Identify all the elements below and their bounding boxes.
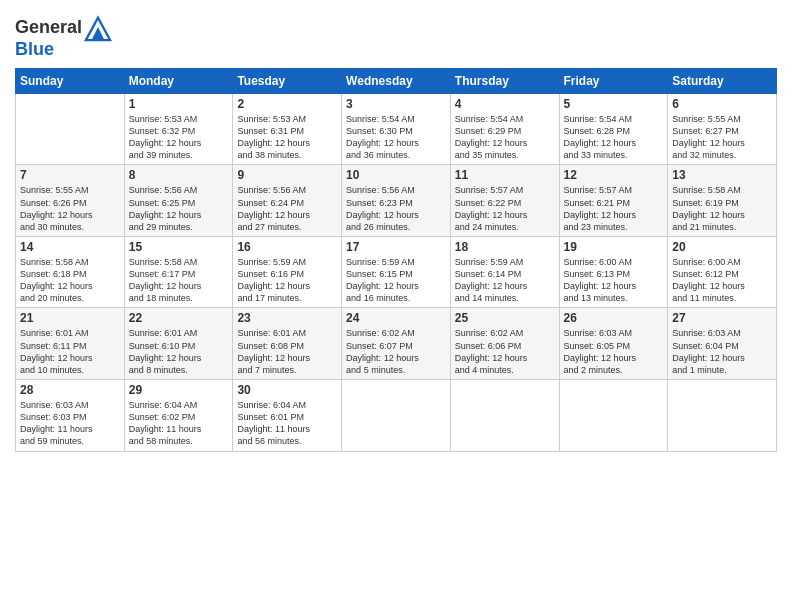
day-number: 28: [20, 383, 120, 397]
day-info: Sunrise: 5:59 AM Sunset: 6:15 PM Dayligh…: [346, 256, 446, 305]
day-info: Sunrise: 6:03 AM Sunset: 6:04 PM Dayligh…: [672, 327, 772, 376]
day-info: Sunrise: 5:56 AM Sunset: 6:25 PM Dayligh…: [129, 184, 229, 233]
logo-icon: [84, 14, 112, 42]
day-info: Sunrise: 5:56 AM Sunset: 6:23 PM Dayligh…: [346, 184, 446, 233]
day-number: 14: [20, 240, 120, 254]
day-info: Sunrise: 5:54 AM Sunset: 6:29 PM Dayligh…: [455, 113, 555, 162]
day-number: 22: [129, 311, 229, 325]
day-info: Sunrise: 6:00 AM Sunset: 6:12 PM Dayligh…: [672, 256, 772, 305]
day-info: Sunrise: 5:54 AM Sunset: 6:28 PM Dayligh…: [564, 113, 664, 162]
calendar-cell: 30Sunrise: 6:04 AM Sunset: 6:01 PM Dayli…: [233, 380, 342, 452]
day-number: 20: [672, 240, 772, 254]
week-row-0: 1Sunrise: 5:53 AM Sunset: 6:32 PM Daylig…: [16, 93, 777, 165]
day-number: 27: [672, 311, 772, 325]
day-info: Sunrise: 6:00 AM Sunset: 6:13 PM Dayligh…: [564, 256, 664, 305]
day-info: Sunrise: 6:01 AM Sunset: 6:10 PM Dayligh…: [129, 327, 229, 376]
day-number: 19: [564, 240, 664, 254]
logo: General Blue: [15, 14, 112, 60]
day-info: Sunrise: 6:02 AM Sunset: 6:06 PM Dayligh…: [455, 327, 555, 376]
calendar-cell: 7Sunrise: 5:55 AM Sunset: 6:26 PM Daylig…: [16, 165, 125, 237]
header: General Blue: [15, 10, 777, 60]
calendar-cell: 24Sunrise: 6:02 AM Sunset: 6:07 PM Dayli…: [342, 308, 451, 380]
calendar-cell: 2Sunrise: 5:53 AM Sunset: 6:31 PM Daylig…: [233, 93, 342, 165]
day-info: Sunrise: 5:53 AM Sunset: 6:32 PM Dayligh…: [129, 113, 229, 162]
calendar-cell: 14Sunrise: 5:58 AM Sunset: 6:18 PM Dayli…: [16, 236, 125, 308]
calendar-cell: 27Sunrise: 6:03 AM Sunset: 6:04 PM Dayli…: [668, 308, 777, 380]
weekday-header-monday: Monday: [124, 68, 233, 93]
calendar-cell: 8Sunrise: 5:56 AM Sunset: 6:25 PM Daylig…: [124, 165, 233, 237]
day-info: Sunrise: 5:58 AM Sunset: 6:19 PM Dayligh…: [672, 184, 772, 233]
day-info: Sunrise: 5:53 AM Sunset: 6:31 PM Dayligh…: [237, 113, 337, 162]
weekday-header-sunday: Sunday: [16, 68, 125, 93]
svg-marker-1: [92, 27, 105, 40]
calendar-cell: [342, 380, 451, 452]
calendar-cell: 28Sunrise: 6:03 AM Sunset: 6:03 PM Dayli…: [16, 380, 125, 452]
day-number: 1: [129, 97, 229, 111]
day-info: Sunrise: 5:59 AM Sunset: 6:16 PM Dayligh…: [237, 256, 337, 305]
day-number: 23: [237, 311, 337, 325]
day-number: 18: [455, 240, 555, 254]
calendar-cell: 3Sunrise: 5:54 AM Sunset: 6:30 PM Daylig…: [342, 93, 451, 165]
calendar-cell: 5Sunrise: 5:54 AM Sunset: 6:28 PM Daylig…: [559, 93, 668, 165]
day-info: Sunrise: 5:54 AM Sunset: 6:30 PM Dayligh…: [346, 113, 446, 162]
day-info: Sunrise: 6:03 AM Sunset: 6:05 PM Dayligh…: [564, 327, 664, 376]
logo-text-general: General: [15, 18, 82, 38]
day-number: 21: [20, 311, 120, 325]
calendar-cell: 17Sunrise: 5:59 AM Sunset: 6:15 PM Dayli…: [342, 236, 451, 308]
calendar-cell: 22Sunrise: 6:01 AM Sunset: 6:10 PM Dayli…: [124, 308, 233, 380]
day-info: Sunrise: 6:03 AM Sunset: 6:03 PM Dayligh…: [20, 399, 120, 448]
day-number: 10: [346, 168, 446, 182]
week-row-4: 28Sunrise: 6:03 AM Sunset: 6:03 PM Dayli…: [16, 380, 777, 452]
calendar-table: SundayMondayTuesdayWednesdayThursdayFrid…: [15, 68, 777, 452]
calendar-cell: 18Sunrise: 5:59 AM Sunset: 6:14 PM Dayli…: [450, 236, 559, 308]
day-info: Sunrise: 5:55 AM Sunset: 6:27 PM Dayligh…: [672, 113, 772, 162]
day-number: 13: [672, 168, 772, 182]
day-number: 17: [346, 240, 446, 254]
day-number: 15: [129, 240, 229, 254]
calendar-cell: 6Sunrise: 5:55 AM Sunset: 6:27 PM Daylig…: [668, 93, 777, 165]
day-info: Sunrise: 6:02 AM Sunset: 6:07 PM Dayligh…: [346, 327, 446, 376]
day-number: 6: [672, 97, 772, 111]
day-number: 16: [237, 240, 337, 254]
day-info: Sunrise: 5:58 AM Sunset: 6:18 PM Dayligh…: [20, 256, 120, 305]
day-info: Sunrise: 5:55 AM Sunset: 6:26 PM Dayligh…: [20, 184, 120, 233]
calendar-cell: 19Sunrise: 6:00 AM Sunset: 6:13 PM Dayli…: [559, 236, 668, 308]
calendar-cell: 1Sunrise: 5:53 AM Sunset: 6:32 PM Daylig…: [124, 93, 233, 165]
week-row-2: 14Sunrise: 5:58 AM Sunset: 6:18 PM Dayli…: [16, 236, 777, 308]
day-number: 30: [237, 383, 337, 397]
week-row-1: 7Sunrise: 5:55 AM Sunset: 6:26 PM Daylig…: [16, 165, 777, 237]
weekday-header-wednesday: Wednesday: [342, 68, 451, 93]
calendar-cell: [16, 93, 125, 165]
day-number: 4: [455, 97, 555, 111]
calendar-cell: 20Sunrise: 6:00 AM Sunset: 6:12 PM Dayli…: [668, 236, 777, 308]
page: General Blue SundayMondayTuesdayWednesda…: [0, 0, 792, 612]
calendar-cell: 26Sunrise: 6:03 AM Sunset: 6:05 PM Dayli…: [559, 308, 668, 380]
logo-text-blue: Blue: [15, 40, 54, 60]
calendar-cell: [559, 380, 668, 452]
day-number: 11: [455, 168, 555, 182]
day-info: Sunrise: 6:04 AM Sunset: 6:02 PM Dayligh…: [129, 399, 229, 448]
calendar-cell: 15Sunrise: 5:58 AM Sunset: 6:17 PM Dayli…: [124, 236, 233, 308]
weekday-header-thursday: Thursday: [450, 68, 559, 93]
week-row-3: 21Sunrise: 6:01 AM Sunset: 6:11 PM Dayli…: [16, 308, 777, 380]
calendar-cell: 4Sunrise: 5:54 AM Sunset: 6:29 PM Daylig…: [450, 93, 559, 165]
day-number: 9: [237, 168, 337, 182]
day-info: Sunrise: 5:56 AM Sunset: 6:24 PM Dayligh…: [237, 184, 337, 233]
calendar-cell: 12Sunrise: 5:57 AM Sunset: 6:21 PM Dayli…: [559, 165, 668, 237]
day-info: Sunrise: 6:01 AM Sunset: 6:08 PM Dayligh…: [237, 327, 337, 376]
weekday-header-friday: Friday: [559, 68, 668, 93]
weekday-header-tuesday: Tuesday: [233, 68, 342, 93]
day-number: 24: [346, 311, 446, 325]
day-number: 2: [237, 97, 337, 111]
day-number: 3: [346, 97, 446, 111]
day-number: 5: [564, 97, 664, 111]
day-info: Sunrise: 5:58 AM Sunset: 6:17 PM Dayligh…: [129, 256, 229, 305]
day-info: Sunrise: 6:04 AM Sunset: 6:01 PM Dayligh…: [237, 399, 337, 448]
calendar-cell: 10Sunrise: 5:56 AM Sunset: 6:23 PM Dayli…: [342, 165, 451, 237]
calendar-cell: 13Sunrise: 5:58 AM Sunset: 6:19 PM Dayli…: [668, 165, 777, 237]
calendar-cell: 29Sunrise: 6:04 AM Sunset: 6:02 PM Dayli…: [124, 380, 233, 452]
calendar-cell: 9Sunrise: 5:56 AM Sunset: 6:24 PM Daylig…: [233, 165, 342, 237]
calendar-cell: 11Sunrise: 5:57 AM Sunset: 6:22 PM Dayli…: [450, 165, 559, 237]
calendar-cell: [668, 380, 777, 452]
day-number: 12: [564, 168, 664, 182]
